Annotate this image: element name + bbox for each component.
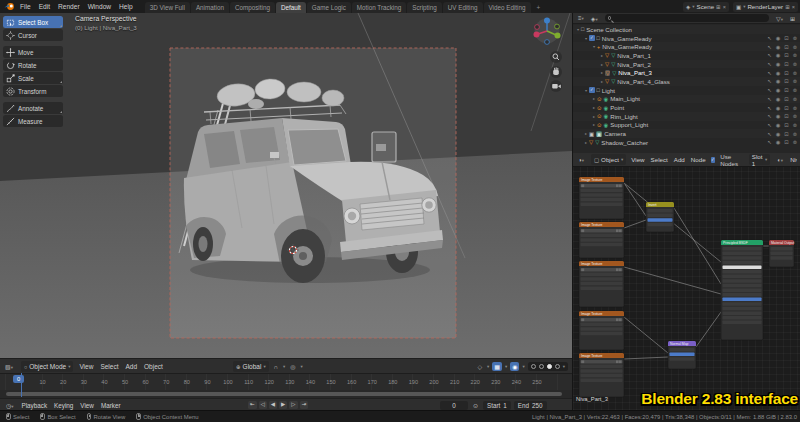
select-toggle-icon[interactable]: ↖ [767,105,771,111]
hide-toggle-icon[interactable]: ◉ [776,44,781,50]
render-disable-icon[interactable]: ⊚ [793,87,797,93]
render-disable-icon[interactable]: ⊚ [793,139,797,145]
current-frame-field[interactable]: 0 [440,401,468,410]
shader-type-dropdown[interactable]: ▢Object▾ [591,154,626,165]
jump-end-button[interactable]: ⇥ [300,401,309,409]
gizmo-toggle-icon[interactable]: ◇ [475,362,484,371]
node-image-texture[interactable]: Image Texture [579,311,624,350]
next-keyframe-button[interactable]: ▷ [289,401,297,409]
outliner-row-niva-gameready[interactable]: ▾✓□Niva_GameReady↖◉⊡⊚ [573,34,800,43]
timeline-editor-icon[interactable]: ◷▾ [4,401,16,410]
render-disable-icon[interactable]: ⊚ [793,113,797,119]
render-disable-icon[interactable]: ⊚ [793,44,797,50]
node-image-texture[interactable]: Image Texture [579,353,624,397]
proportional-editing-icon[interactable]: ◎ [288,362,297,371]
outliner-row-shadow-catcher[interactable]: ▸▽▽Shadow_Catcher↖◉⊡⊚ [573,138,800,147]
shader-menu-view[interactable]: View [631,156,644,163]
render-disable-icon[interactable]: ⊚ [793,52,797,58]
tab-video-editing[interactable]: Video Editing [484,2,531,13]
material-preview-icon[interactable]: ◐▾ [775,156,785,164]
pan-button[interactable] [550,66,562,78]
outliner-row-light[interactable]: ▾✓□Light↖◉⊡⊚ [573,86,800,95]
select-toggle-icon[interactable]: ↖ [767,52,771,58]
hide-toggle-icon[interactable]: ◉ [776,87,781,93]
viewport-menu-select[interactable]: Select [100,363,118,370]
node-canvas[interactable]: Image TextureImage TextureImage TextureI… [573,167,800,410]
editor-type-icon[interactable]: ▧▾ [3,362,15,371]
viewport-disable-icon[interactable]: ⊡ [784,131,788,137]
prev-keyframe-button[interactable]: ◁ [259,401,267,409]
node-image-texture[interactable]: Image Texture [579,177,624,219]
search-input[interactable] [605,14,769,22]
viewport-menu-view[interactable]: View [79,363,93,370]
material-slot-dropdown[interactable]: Slot 1▾ [749,154,770,165]
outliner-row-camera[interactable]: ▸▣▣Camera↖◉⊡⊚ [573,129,800,138]
hide-toggle-icon[interactable]: ◉ [776,122,781,128]
tool-measure[interactable]: Measure [3,115,63,127]
render-disable-icon[interactable]: ⊚ [793,35,797,41]
viewport-menu-add[interactable]: Add [125,363,137,370]
render-disable-icon[interactable]: ⊚ [793,70,797,76]
viewport-menu-object[interactable]: Object [144,363,163,370]
timeline-menu-playback[interactable]: Playback [22,402,48,409]
node-invert[interactable]: Invert [646,202,674,232]
viewport-disable-icon[interactable]: ⊡ [784,44,788,50]
play-reverse-button[interactable]: ◀ [269,401,277,409]
hide-toggle-icon[interactable]: ◉ [776,113,781,119]
zoom-button[interactable] [550,51,562,63]
viewport-disable-icon[interactable]: ⊡ [784,139,788,145]
tab-uv-editing[interactable]: UV Editing [443,2,483,13]
select-toggle-icon[interactable]: ↖ [767,44,771,50]
menu-file[interactable]: File [20,3,31,10]
viewport-disable-icon[interactable]: ⊡ [784,52,788,58]
select-toggle-icon[interactable]: ↖ [767,61,771,67]
collection-checkbox[interactable]: ✓ [589,87,595,93]
viewport-disable-icon[interactable]: ⊡ [784,113,788,119]
shading-material-button[interactable] [547,364,553,370]
render-disable-icon[interactable]: ⊚ [793,105,797,111]
node-image-texture[interactable]: Image Texture [579,261,624,307]
shader-menu-node[interactable]: Node [691,156,706,163]
outliner-display-mode-dropdown[interactable]: ◈▾ [589,14,600,23]
tool-rotate[interactable]: Rotate [3,59,63,71]
select-toggle-icon[interactable]: ↖ [767,78,771,84]
jump-start-button[interactable]: ⇤ [248,401,257,409]
menu-window[interactable]: Window [88,3,111,10]
render-disable-icon[interactable]: ⊚ [793,96,797,102]
axis-x-handle[interactable] [534,32,540,38]
mode-dropdown[interactable]: ○Object Mode▾ [21,361,73,372]
camera-view-button[interactable] [550,80,562,92]
add-workspace-tab[interactable]: + [532,2,546,13]
viewport-disable-icon[interactable]: ⊡ [784,70,788,76]
use-nodes-checkbox[interactable]: ✓ [711,157,716,163]
outliner-editor-icon[interactable]: ≡▾ [576,14,586,22]
tool-transform[interactable]: Transform [3,85,63,97]
render-disable-icon[interactable]: ⊚ [793,61,797,67]
shader-menu-select[interactable]: Select [651,156,668,163]
hide-toggle-icon[interactable]: ◉ [776,96,781,102]
viewport-disable-icon[interactable]: ⊡ [784,61,788,67]
hide-toggle-icon[interactable]: ◉ [776,70,781,76]
viewport-disable-icon[interactable]: ⊡ [784,105,788,111]
outliner-row-niva-part-1[interactable]: ▸▽▽Niva_Part_1↖◉⊡⊚ [573,51,800,60]
unlink-scene-button[interactable]: × [723,4,726,10]
xray-toggle-icon[interactable]: ◉ [510,362,519,371]
timeline-ruler[interactable]: 1020304050607080901001101201301401501601… [0,373,572,390]
tool-cursor[interactable]: Cursor [3,29,63,41]
frame-end-field[interactable]: End250 [514,401,547,410]
hide-toggle-icon[interactable]: ◉ [776,78,781,84]
new-collection-button[interactable]: ⊞ [788,14,797,23]
material-name[interactable]: Niv [790,156,797,163]
shading-rendered-button[interactable] [555,364,561,370]
viewport-disable-icon[interactable]: ⊡ [784,96,788,102]
view-layer-selector[interactable]: ▣▾ RenderLayer ⊞ × [733,2,798,12]
collection-checkbox[interactable]: ✓ [589,35,595,41]
hide-toggle-icon[interactable]: ◉ [776,131,781,137]
tool-annotate[interactable]: Annotate [3,102,63,114]
node-image-texture[interactable]: Image Texture [579,222,624,258]
timeline-menu-marker[interactable]: Marker [101,402,121,409]
frame-start-field[interactable]: Start1 [483,401,511,410]
tool-select-box[interactable]: Select Box [3,16,63,28]
hide-toggle-icon[interactable]: ◉ [776,35,781,41]
tab-compositing[interactable]: Compositing [230,2,275,13]
